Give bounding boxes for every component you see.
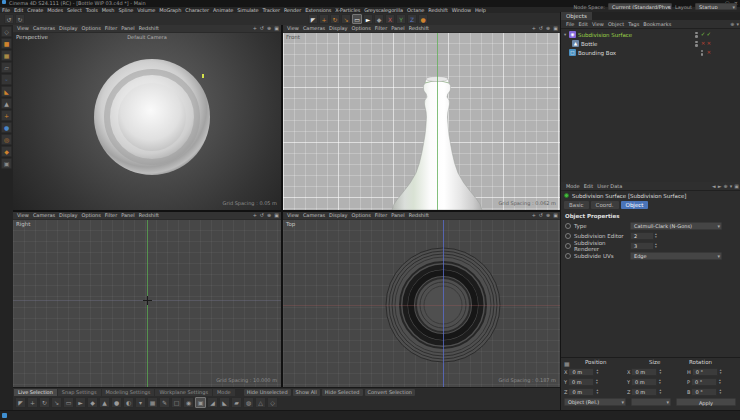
visibility-dots[interactable] bbox=[695, 41, 698, 47]
selection-action-button[interactable]: Convert Selection bbox=[365, 389, 415, 396]
size-field[interactable]: 0 m bbox=[631, 388, 657, 396]
enable-axis-icon[interactable]: + bbox=[1, 110, 12, 121]
orbit-view-icon[interactable]: ↺ bbox=[260, 212, 264, 218]
dock-tab[interactable]: Mode bbox=[213, 389, 235, 396]
coords-mode-dropdown[interactable]: Object (Rel.) bbox=[564, 398, 626, 406]
attributes-tab[interactable]: Basic bbox=[564, 201, 589, 209]
anim-toggle[interactable] bbox=[565, 223, 571, 229]
modeling-axis-icon[interactable]: ◆ bbox=[374, 14, 384, 24]
viewport-canvas-right[interactable]: Grid Spacing : 10.000 m bbox=[13, 219, 281, 387]
viewport-menu-item[interactable]: Display bbox=[327, 212, 349, 218]
points-mode-icon[interactable]: ◦ bbox=[1, 74, 12, 85]
dock-tool-icon[interactable]: ✎ bbox=[159, 397, 170, 408]
anim-toggle[interactable] bbox=[565, 233, 571, 239]
object-row-subdivision-surface[interactable]: ▾ ◉ Subdivision Surface ✓ ✓ bbox=[561, 30, 740, 39]
dock-tool-icon[interactable]: ◍ bbox=[243, 397, 254, 408]
viewport-menu-item[interactable]: Display bbox=[57, 212, 79, 218]
forward-icon[interactable]: ► bbox=[718, 183, 722, 189]
attributes-menu-item[interactable]: Edit bbox=[582, 183, 596, 189]
dock-tool-icon[interactable]: ▾ bbox=[135, 397, 146, 408]
scale-tool-icon[interactable]: ↘ bbox=[341, 14, 351, 24]
stepper[interactable]: ▴▾ bbox=[655, 233, 657, 240]
workplane-mode-icon[interactable]: ▱ bbox=[1, 62, 12, 73]
visibility-dots[interactable] bbox=[701, 50, 704, 56]
dock-tab[interactable]: Modeling Settings bbox=[102, 389, 155, 396]
y-axis-lock-icon[interactable]: Y bbox=[396, 14, 406, 24]
live-selection-tool-icon[interactable]: ▭ bbox=[352, 14, 362, 24]
zoom-view-icon[interactable]: ⊕ bbox=[546, 212, 550, 218]
stepper[interactable]: ▴▾ bbox=[655, 243, 657, 250]
viewport-menu-item[interactable]: Cameras bbox=[301, 212, 327, 218]
zoom-view-icon[interactable]: ⊕ bbox=[267, 212, 271, 218]
move-tool-icon[interactable]: + bbox=[319, 14, 329, 24]
viewport-menu-item[interactable]: Cameras bbox=[31, 25, 57, 31]
pan-view-icon[interactable]: + bbox=[532, 25, 536, 31]
selection-action-button[interactable]: Show All bbox=[293, 389, 320, 396]
viewport-menu-item[interactable]: Filter bbox=[373, 212, 389, 218]
search-icon[interactable]: ⊕ bbox=[730, 21, 734, 27]
viewport-menu-item[interactable]: Display bbox=[327, 25, 349, 31]
polygons-mode-icon[interactable]: ▲ bbox=[1, 98, 12, 109]
texture-mode-icon[interactable]: ▦ bbox=[1, 50, 12, 61]
viewport-menu-item[interactable]: View bbox=[285, 212, 301, 218]
viewport-menu-item[interactable]: Options bbox=[350, 212, 373, 218]
attributes-menu-item[interactable]: User Data bbox=[595, 183, 624, 189]
viewport-solo-icon[interactable]: ● bbox=[1, 122, 12, 133]
apply-button[interactable]: Apply bbox=[676, 398, 736, 406]
dock-tab[interactable]: Live Selection bbox=[14, 389, 57, 396]
position-field[interactable]: 0 m bbox=[568, 378, 594, 386]
viewport-menu-item[interactable]: Redshift bbox=[137, 25, 161, 31]
x-axis-lock-icon[interactable]: X bbox=[385, 14, 395, 24]
visibility-dots[interactable] bbox=[695, 32, 698, 38]
snap-cursor-icon[interactable]: ► bbox=[363, 14, 373, 24]
viewport-menu-item[interactable]: Options bbox=[80, 212, 103, 218]
objects-menu-item[interactable]: Bookmarks bbox=[641, 21, 673, 27]
viewport-canvas-perspective[interactable]: Default Camera bbox=[13, 32, 281, 210]
viewport-menu-item[interactable]: Filter bbox=[373, 25, 389, 31]
viewport-menu-item[interactable]: Redshift bbox=[407, 212, 431, 218]
disabled-cross-icon[interactable]: × bbox=[706, 49, 711, 56]
viewport-menu-item[interactable]: Redshift bbox=[407, 25, 431, 31]
pan-view-icon[interactable]: + bbox=[253, 212, 257, 218]
dock-tool-icon[interactable]: □ bbox=[171, 397, 182, 408]
zoom-view-icon[interactable]: ⊕ bbox=[267, 25, 271, 31]
viewport-menu-item[interactable]: View bbox=[285, 25, 301, 31]
dock-tool-icon[interactable]: ◐ bbox=[123, 397, 134, 408]
dock-tool-icon[interactable]: ▲ bbox=[99, 397, 110, 408]
dock-tool-icon[interactable]: △ bbox=[255, 397, 266, 408]
viewport-canvas-top[interactable]: Grid Spacing : 0.187 m bbox=[283, 219, 560, 387]
size-field[interactable]: 0 m bbox=[631, 378, 657, 386]
dock-tool-icon[interactable]: ◣ bbox=[219, 397, 230, 408]
generator-check-icon[interactable]: ✓ bbox=[706, 31, 711, 38]
subdivision-renderer-field[interactable]: 3 bbox=[630, 242, 654, 250]
dock-tab[interactable]: Workplane Settings bbox=[155, 389, 212, 396]
objects-menu-item[interactable]: View bbox=[590, 21, 606, 27]
viewport-canvas-front[interactable]: Grid Spacing : 0.062 m bbox=[283, 32, 560, 210]
dock-tool-icon[interactable]: ▣ bbox=[195, 397, 206, 408]
viewport-menu-item[interactable]: Cameras bbox=[301, 25, 327, 31]
objects-menu-item[interactable]: Object bbox=[606, 21, 626, 27]
dock-tool-icon[interactable]: ● bbox=[111, 397, 122, 408]
anim-toggle[interactable] bbox=[565, 253, 571, 259]
rotation-field[interactable]: 0 ° bbox=[691, 388, 717, 396]
selection-action-button[interactable]: Hide Unselected bbox=[244, 389, 291, 396]
dock-tool-icon[interactable]: ► bbox=[75, 397, 86, 408]
attributes-tab[interactable]: Coord. bbox=[591, 201, 619, 209]
dock-tool-icon[interactable]: + bbox=[27, 397, 38, 408]
orbit-view-icon[interactable]: ↺ bbox=[539, 212, 543, 218]
objects-menu-item[interactable]: Tags bbox=[626, 21, 641, 27]
toggle-view-icon[interactable]: ▣ bbox=[553, 25, 558, 31]
workplane-lock-icon[interactable]: ▣ bbox=[1, 158, 12, 169]
coordinate-system-icon[interactable]: ● bbox=[418, 14, 428, 24]
dock-tool-icon[interactable]: ▦ bbox=[147, 397, 158, 408]
viewport-menu-item[interactable]: Panel bbox=[119, 212, 137, 218]
attributes-menu-item[interactable]: Mode bbox=[564, 183, 582, 189]
quantize-icon[interactable]: ◆ bbox=[1, 146, 12, 157]
pan-view-icon[interactable]: + bbox=[253, 25, 257, 31]
dock-tool-icon[interactable]: ◇ bbox=[267, 397, 278, 408]
viewport-menu-item[interactable]: Filter bbox=[103, 212, 119, 218]
dock-tool-icon[interactable]: ↘ bbox=[51, 397, 62, 408]
dock-tool-icon[interactable]: ◢ bbox=[207, 397, 218, 408]
viewport-menu-item[interactable]: Filter bbox=[103, 25, 119, 31]
z-axis-lock-icon[interactable]: Z bbox=[407, 14, 417, 24]
